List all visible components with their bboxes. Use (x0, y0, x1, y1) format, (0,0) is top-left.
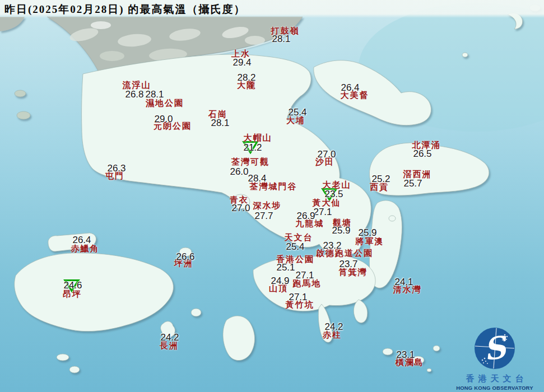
hko-max-temperature-map: 昨日(2025年02月28日) 的最高氣溫（攝氏度） 打鼓嶺28.1上水29.4… (0, 0, 544, 392)
station-value: 25.4 (286, 241, 304, 253)
station-value: 23.7 (339, 259, 357, 270)
station-value: 24.2 (160, 332, 179, 343)
station-value: 21.2 (243, 142, 262, 153)
logo-title-chinese: 香港天文台 (448, 374, 542, 384)
station-name: 深水埗 (253, 200, 282, 211)
station-value: 25.9 (358, 227, 376, 239)
station-value: 26.4 (341, 82, 359, 94)
station-value: 26.8 (125, 89, 143, 100)
station-value: 28.1 (145, 89, 164, 100)
station-value: 26.4 (72, 235, 91, 246)
station-value: 28.4 (248, 173, 266, 184)
station-value: 25.2 (371, 174, 390, 185)
station-value: 27.0 (317, 149, 336, 160)
station-value: 26.5 (413, 148, 431, 160)
station-value: 25.7 (403, 178, 422, 189)
station-value: 25.4 (288, 107, 306, 118)
station-value: 24.9 (271, 276, 289, 287)
station-value: 26.9 (296, 211, 315, 222)
station-value: 27.1 (289, 292, 307, 303)
station-value: 26.3 (107, 163, 125, 174)
station-value: 26.0 (230, 166, 248, 178)
station-value: 25.1 (276, 262, 295, 273)
logo-title-english: HONG KONG OBSERVATORY (448, 385, 542, 391)
station-value: 25.9 (332, 225, 350, 236)
hko-emblem-icon: S (473, 327, 516, 371)
station-value: 24.6 (63, 280, 82, 291)
station-value: 24.2 (324, 321, 343, 333)
station-value: 23.2 (323, 240, 341, 251)
station-value: 26.6 (176, 251, 194, 263)
station-value: 27.1 (313, 207, 332, 218)
station-value: 28.1 (272, 34, 290, 45)
station-value: 23.1 (396, 349, 415, 361)
station-name: 大帽山 (244, 133, 272, 143)
station-value: 24.1 (394, 277, 413, 288)
station-value: 28.1 (211, 118, 229, 129)
station-name: 荃灣可觀 (231, 157, 269, 167)
page-title: 昨日(2025年02月28日) 的最高氣溫（攝氏度） (4, 2, 245, 17)
hko-logo: S 香港天文台 HONG KONG OBSERVATORY (448, 327, 542, 391)
station-value: 23.5 (324, 189, 343, 200)
station-value: 29.4 (233, 57, 251, 68)
title-bar: 昨日(2025年02月28日) 的最高氣溫（攝氏度） (0, 0, 544, 18)
station-value: 27.0 (231, 203, 250, 214)
station-value: 29.0 (154, 114, 173, 125)
station-value: 27.7 (254, 211, 273, 222)
station-value: 28.2 (237, 72, 255, 83)
station-value: 27.1 (295, 270, 314, 281)
